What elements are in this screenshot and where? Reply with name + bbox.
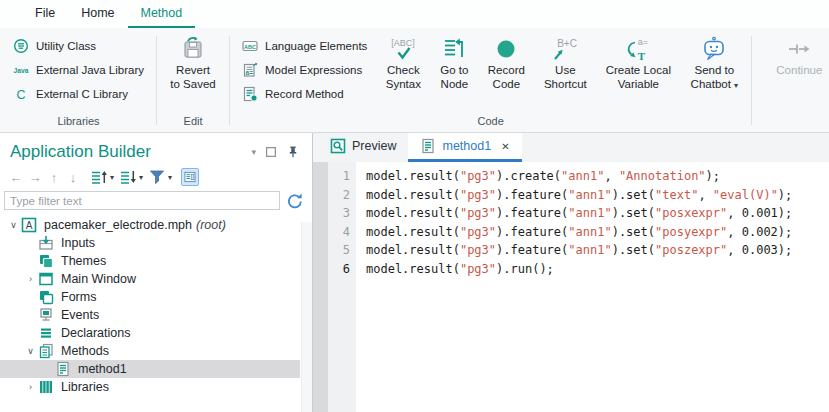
close-tab-icon[interactable]: ✕ bbox=[501, 141, 509, 152]
utility-class-label: Utility Class bbox=[36, 40, 96, 52]
code-line-1[interactable]: model.result("pg3").create("ann1", "Anno… bbox=[366, 167, 829, 186]
record-method-icon bbox=[242, 86, 258, 102]
external-java-library-label: External Java Library bbox=[36, 64, 144, 76]
chevron-down-icon[interactable]: ▾ bbox=[168, 173, 172, 182]
tree-item-suffix: (root) bbox=[196, 218, 226, 232]
group-separator bbox=[751, 36, 752, 125]
float-panel-icon[interactable] bbox=[264, 145, 278, 159]
refresh-icon[interactable] bbox=[286, 192, 304, 210]
expand-icon[interactable]: › bbox=[23, 382, 38, 392]
code-line-3[interactable]: model.result("pg3").feature("ann1").set(… bbox=[366, 204, 829, 223]
expand-all-button[interactable] bbox=[119, 168, 137, 186]
group-label-libraries: Libraries bbox=[4, 115, 153, 132]
revert-to-saved-label: Revert to Saved bbox=[170, 64, 215, 90]
model-expressions-icon: a= bbox=[242, 62, 258, 78]
method1-tab-label: method1 bbox=[442, 139, 491, 153]
code-editor[interactable]: model.result("pg3").create("ann1", "Anno… bbox=[356, 162, 829, 412]
tree-item-pacemaker-electrode-mph[interactable]: ∨Apacemaker_electrode.mph(root) bbox=[0, 216, 300, 234]
check-syntax-label: Check Syntax bbox=[386, 64, 421, 90]
language-elements-label: Language Elements bbox=[265, 40, 367, 52]
preview-icon bbox=[330, 138, 346, 154]
svg-text:ABC: ABC bbox=[244, 44, 256, 50]
panel-header: Application Builder ▾ bbox=[0, 133, 312, 162]
collapse-all-button[interactable] bbox=[90, 168, 108, 186]
line-number: 4 bbox=[328, 223, 350, 242]
main-area: Application Builder ▾ ← → ↑ ↓ ▾ ▾ ▾ bbox=[0, 133, 829, 412]
go-to-node-button[interactable]: Go to Node bbox=[432, 31, 476, 91]
record-method-button[interactable]: Record Method bbox=[237, 82, 372, 106]
record-code-label: Record Code bbox=[488, 64, 525, 90]
filter-row bbox=[0, 186, 312, 212]
create-local-variable-button[interactable]: a=T Create Local Variable bbox=[598, 31, 678, 91]
collapse-icon[interactable]: ∨ bbox=[23, 346, 38, 356]
tree-item-libraries[interactable]: ›Libraries bbox=[0, 378, 300, 396]
send-to-chatbot-button[interactable]: Send to Chatbot ▾ bbox=[682, 31, 746, 92]
breakpoint-margin[interactable] bbox=[313, 162, 328, 412]
collapse-icon[interactable]: ∨ bbox=[6, 220, 21, 230]
send-to-chatbot-icon bbox=[701, 36, 727, 62]
utility-class-button[interactable]: Utility Class bbox=[8, 34, 149, 58]
continue-icon bbox=[786, 36, 812, 62]
tree-item-forms[interactable]: Forms bbox=[0, 288, 300, 306]
go-to-node-label: Go to Node bbox=[440, 64, 468, 90]
revert-to-saved-button[interactable]: Revert to Saved bbox=[162, 31, 224, 91]
pin-panel-icon[interactable] bbox=[286, 145, 300, 159]
tab-preview[interactable]: Preview bbox=[318, 133, 408, 162]
send-to-chatbot-label: Send to Chatbot bbox=[691, 64, 735, 90]
c-icon: C bbox=[13, 86, 29, 102]
svg-text:[ABC]: [ABC] bbox=[392, 38, 416, 48]
tree-item-method1[interactable]: method1 bbox=[0, 360, 300, 378]
model-expressions-button[interactable]: a= Model Expressions bbox=[237, 58, 372, 82]
tree-item-main-window[interactable]: ›Main Window bbox=[0, 270, 300, 288]
tab-method1[interactable]: method1 ✕ bbox=[408, 133, 521, 162]
code-line-2[interactable]: model.result("pg3").feature("ann1").set(… bbox=[366, 186, 829, 205]
ribbon: Utility Class Java External Java Library… bbox=[0, 28, 829, 133]
code-line-5[interactable]: model.result("pg3").feature("ann1").set(… bbox=[366, 241, 829, 260]
continue-label: Continue bbox=[776, 64, 822, 76]
filter-input[interactable] bbox=[4, 191, 280, 210]
tree-item-themes[interactable]: Themes bbox=[0, 252, 300, 270]
expand-icon[interactable]: › bbox=[23, 274, 38, 284]
use-shortcut-button[interactable]: B+C Use Shortcut bbox=[536, 31, 594, 91]
show-details-toggle[interactable] bbox=[181, 168, 199, 186]
tab-home[interactable]: Home bbox=[68, 1, 127, 28]
check-syntax-button[interactable]: [ABC] Check Syntax bbox=[378, 31, 428, 91]
tree-item-events[interactable]: Events bbox=[0, 306, 300, 324]
tree-item-label: Libraries bbox=[61, 380, 109, 394]
application-builder-panel: Application Builder ▾ ← → ↑ ↓ ▾ ▾ ▾ bbox=[0, 133, 313, 412]
svg-text:T: T bbox=[638, 50, 646, 62]
code-line-4[interactable]: model.result("pg3").feature("ann1").set(… bbox=[366, 223, 829, 242]
panel-title: Application Builder bbox=[10, 142, 251, 162]
external-java-library-button[interactable]: Java External Java Library bbox=[8, 58, 149, 82]
tree-item-inputs[interactable]: Inputs bbox=[0, 234, 300, 252]
move-down-node-button[interactable]: ↓ bbox=[65, 170, 81, 185]
events-icon bbox=[38, 307, 54, 323]
external-c-library-button[interactable]: C External C Library bbox=[8, 82, 149, 106]
forward-button[interactable]: → bbox=[27, 170, 43, 185]
tree-item-declarations[interactable]: Declarations bbox=[0, 324, 300, 342]
chevron-down-icon[interactable]: ▾ bbox=[110, 173, 114, 182]
tab-file[interactable]: File bbox=[22, 1, 68, 28]
tab-method[interactable]: Method bbox=[128, 1, 196, 28]
move-up-node-button[interactable]: ↑ bbox=[46, 170, 62, 185]
ribbon-group-continue: Continue bbox=[755, 31, 829, 132]
tree-item-methods[interactable]: ∨Methods bbox=[0, 342, 300, 360]
record-code-icon bbox=[493, 36, 519, 62]
panel-menu-icon[interactable]: ▾ bbox=[251, 147, 256, 157]
create-local-variable-icon: a=T bbox=[621, 36, 655, 62]
sidebar-scrollbar[interactable] bbox=[301, 222, 312, 412]
filter-icon[interactable] bbox=[148, 168, 166, 186]
record-code-button[interactable]: Record Code bbox=[480, 31, 532, 91]
continue-button[interactable]: Continue bbox=[757, 31, 829, 78]
language-elements-button[interactable]: ABC Language Elements bbox=[237, 34, 372, 58]
back-button[interactable]: ← bbox=[8, 170, 24, 185]
check-syntax-icon: [ABC] bbox=[386, 36, 420, 62]
code-line-6[interactable]: model.result("pg3").run(); bbox=[366, 260, 829, 279]
ribbon-group-libraries: Utility Class Java External Java Library… bbox=[4, 31, 153, 132]
chevron-down-icon[interactable]: ▾ bbox=[734, 81, 738, 90]
model-expressions-label: Model Expressions bbox=[265, 64, 362, 76]
forms-icon bbox=[38, 289, 54, 305]
chevron-down-icon[interactable]: ▾ bbox=[139, 173, 143, 182]
svg-text:Java: Java bbox=[14, 67, 29, 74]
external-c-library-label: External C Library bbox=[36, 88, 128, 100]
